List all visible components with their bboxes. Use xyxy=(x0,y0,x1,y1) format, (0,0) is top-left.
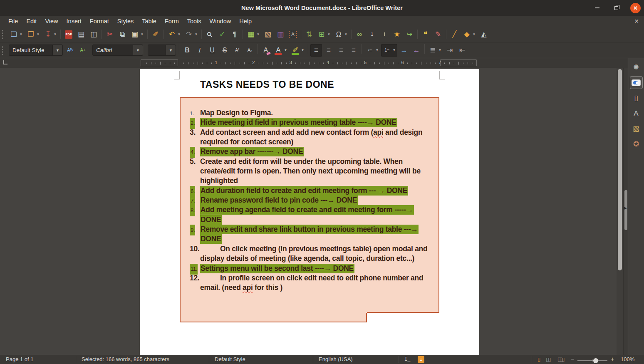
basic-shapes-button[interactable]: ◆▼ xyxy=(461,28,477,41)
sidebar-splitter-handle[interactable] xyxy=(624,190,627,230)
task-item-9[interactable]: 9.Remove edit and share link button in p… xyxy=(180,225,438,244)
menu-window[interactable]: Window xyxy=(206,17,235,26)
promote-button[interactable]: ← xyxy=(411,44,422,57)
menu-tools[interactable]: Tools xyxy=(183,17,206,26)
zoom-level[interactable]: 100% xyxy=(621,356,634,362)
align-right-button[interactable]: ≡ xyxy=(335,44,347,57)
ordered-list-button[interactable]: 1≡▼ xyxy=(381,44,397,57)
ordered-list-dropdown[interactable]: ▼ xyxy=(392,48,396,52)
task-list[interactable]: 1.Map Design to Figma.2.Hide meeting id … xyxy=(180,97,439,293)
basic-shapes-dropdown[interactable]: ▼ xyxy=(472,32,476,36)
menu-view[interactable]: View xyxy=(41,17,62,26)
redo-button[interactable]: ↷▼ xyxy=(183,28,199,41)
undo-button[interactable]: ↶▼ xyxy=(166,28,182,41)
font-name-dropdown[interactable]: ▼ xyxy=(133,45,143,55)
sidebar-settings-tab[interactable]: ✺ xyxy=(630,61,643,74)
undo-dropdown[interactable]: ▼ xyxy=(177,32,181,36)
menu-styles[interactable]: Styles xyxy=(113,17,138,26)
task-item-5[interactable]: 5.Create and edit form will be under the… xyxy=(180,157,438,186)
zoom-slider[interactable] xyxy=(577,360,607,361)
line-spacing-button[interactable]: ≣▼ xyxy=(427,44,443,57)
insert-endnote-button[interactable]: i xyxy=(379,28,390,41)
menu-insert[interactable]: Insert xyxy=(62,17,86,26)
clone-formatting-button[interactable]: ✐ xyxy=(150,28,161,41)
redo-dropdown[interactable]: ▼ xyxy=(194,32,198,36)
task-item-10[interactable]: 10.On click meeting (in previous meeting… xyxy=(180,244,438,264)
subscript-button[interactable]: A₂ xyxy=(244,44,255,57)
insert-comment-button[interactable]: ❝ xyxy=(420,28,431,41)
zoom-in-button[interactable]: + xyxy=(611,356,614,362)
insert-special-character-dropdown[interactable]: ▼ xyxy=(344,32,348,36)
task-item-3[interactable]: 3.Add contact screen and add add new con… xyxy=(180,128,438,147)
insert-chart-button[interactable]: ▥ xyxy=(275,28,286,41)
insert-bookmark-button[interactable]: ★ xyxy=(391,28,403,41)
vertical-scrollbar[interactable] xyxy=(617,68,623,355)
menu-file[interactable]: File xyxy=(4,17,22,26)
page-deck-tab[interactable]: ▯ xyxy=(630,92,643,104)
font-color-button[interactable]: A▼ xyxy=(272,44,289,57)
update-style-button[interactable]: A↻ xyxy=(64,44,76,57)
toolbar-grip[interactable] xyxy=(2,46,5,55)
align-left-button[interactable]: ≡ xyxy=(310,44,322,57)
font-name-combo[interactable]: Calibri ▼ xyxy=(92,45,143,56)
insert-image-button[interactable]: ▧ xyxy=(262,28,274,41)
paste-dropdown[interactable]: ▼ xyxy=(140,32,144,36)
restore-button[interactable] xyxy=(611,3,621,13)
cut-button[interactable]: ✂ xyxy=(104,28,116,41)
insert-page-break-button[interactable]: ⇅ xyxy=(303,28,315,41)
minimize-button[interactable] xyxy=(592,3,602,13)
vertical-scrollbar-thumb[interactable] xyxy=(618,69,622,270)
highlight-color-button[interactable]: ✐▼ xyxy=(290,44,306,57)
font-size-dropdown[interactable]: ▼ xyxy=(166,45,176,55)
task-item-11[interactable]: 11.Settings menu will be second last ---… xyxy=(180,264,438,273)
document-heading[interactable]: TASKS NEEDS TO BE DONE xyxy=(200,79,334,90)
task-item-6[interactable]: 6.Add duration field to create and edit … xyxy=(180,186,438,196)
insert-textbox-button[interactable]: A xyxy=(287,28,299,41)
menu-table[interactable]: Table xyxy=(138,17,161,26)
print-button[interactable]: ▤ xyxy=(75,28,87,41)
superscript-button[interactable]: A² xyxy=(231,44,243,57)
language-status[interactable]: English (USA) xyxy=(319,356,353,362)
increase-indent-button[interactable]: ⇥ xyxy=(444,44,456,57)
properties-deck-tab[interactable] xyxy=(630,76,643,89)
paragraph-style-dropdown[interactable]: ▼ xyxy=(52,45,62,55)
page-style-status[interactable]: Default Style xyxy=(215,356,245,362)
insert-table-button[interactable]: ▦▼ xyxy=(245,28,261,41)
document-page[interactable]: TASKS NEEDS TO BE DONE 1.Map Design to F… xyxy=(140,69,479,355)
insert-field-dropdown[interactable]: ▼ xyxy=(327,32,331,36)
insert-special-character-button[interactable]: Ω▼ xyxy=(333,28,349,41)
toolbar-grip[interactable] xyxy=(2,30,5,39)
zoom-slider-thumb[interactable] xyxy=(593,358,598,363)
bold-button[interactable]: B xyxy=(181,44,193,57)
font-size-combo[interactable]: ▼ xyxy=(148,45,176,56)
line-spacing-dropdown[interactable]: ▼ xyxy=(438,48,442,52)
page-number-status[interactable]: Page 1 of 1 xyxy=(6,356,34,362)
paragraph-style-combo[interactable]: Default Style ▼ xyxy=(9,45,63,56)
underline-button[interactable]: U xyxy=(206,44,218,57)
task-item-7[interactable]: 7.Rename password field to pin code ---→… xyxy=(180,196,438,205)
task-item-12[interactable]: 12.In profile screen on click edit need … xyxy=(180,273,438,293)
spelling-check-button[interactable]: ✓ xyxy=(216,28,228,41)
export-pdf-button[interactable]: PDF xyxy=(63,28,74,41)
insert-field-button[interactable]: ⊞▼ xyxy=(316,28,332,41)
close-document-icon[interactable]: ✕ xyxy=(634,18,639,25)
gallery-deck-tab[interactable]: ▧ xyxy=(630,122,643,135)
demote-button[interactable]: → xyxy=(398,44,410,57)
track-changes-button[interactable]: ✎ xyxy=(432,28,444,41)
align-center-button[interactable]: ≡ xyxy=(323,44,334,57)
find-and-replace-button[interactable]: ⚲ xyxy=(204,28,215,41)
sidebar-splitter[interactable]: ▶ xyxy=(623,68,628,355)
print-preview-button[interactable]: ◫ xyxy=(88,28,99,41)
styles-deck-tab[interactable]: A xyxy=(630,107,643,120)
copy-button[interactable]: ⧉ xyxy=(116,28,128,41)
new-document-button[interactable]: ❏▼ xyxy=(8,28,24,41)
strikethrough-button[interactable]: S xyxy=(219,44,230,57)
font-color-dropdown[interactable]: ▼ xyxy=(283,48,288,52)
unordered-list-dropdown[interactable]: ▼ xyxy=(375,48,379,52)
task-item-2[interactable]: 2.Hide meeting id field in previous meet… xyxy=(180,118,438,127)
unordered-list-button[interactable]: •≡▼ xyxy=(364,44,380,57)
zoom-out-button[interactable]: − xyxy=(571,356,574,362)
save-dropdown[interactable]: ▼ xyxy=(53,32,57,36)
new-style-button[interactable]: A+ xyxy=(77,44,89,57)
clear-formatting-button[interactable]: A xyxy=(260,44,272,57)
